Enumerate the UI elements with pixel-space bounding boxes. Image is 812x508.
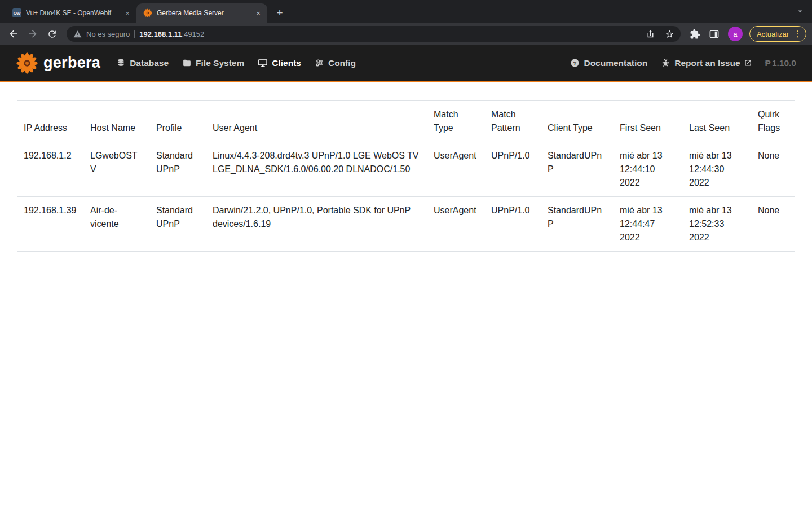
bookmark-star-button[interactable]: [663, 27, 677, 41]
tab-title: Gerbera Media Server: [157, 9, 249, 17]
version-number: 1.10.0: [772, 58, 796, 68]
display-icon: [258, 58, 268, 68]
update-button-label: Actualizar: [757, 30, 789, 38]
nav-item-database[interactable]: Database: [116, 58, 169, 68]
cell-first-seen: mié abr 13 12:44:10 2022: [613, 142, 682, 197]
cell-ip-address: 192.168.1.39: [17, 197, 83, 252]
cell-profile: Standard UPnP: [149, 142, 206, 197]
browser-toolbar: No es seguro 192.168.1.11:49152 a Actual…: [0, 23, 812, 45]
cell-client-type: StandardUPnP: [541, 197, 613, 252]
column-header-client-type: Client Type: [541, 101, 613, 142]
column-header-first-seen: First Seen: [613, 101, 682, 142]
new-tab-button[interactable]: +: [272, 5, 288, 21]
cell-ip-address: 192.168.1.2: [17, 142, 83, 197]
brand[interactable]: gerbera: [16, 52, 100, 75]
url-host: 192.168.1.11: [139, 30, 182, 38]
nav-item-clients[interactable]: Clients: [258, 58, 301, 68]
cell-quirk-flags: None: [751, 142, 795, 197]
side-panel-button[interactable]: [707, 26, 722, 42]
nav-item-label: Report an Issue: [674, 58, 740, 68]
address-bar[interactable]: No es seguro 192.168.1.11:49152: [67, 26, 681, 42]
cell-quirk-flags: None: [751, 197, 795, 252]
question-circle-icon: ?: [570, 58, 580, 68]
cell-profile: Standard UPnP: [149, 197, 206, 252]
cell-last-seen: mié abr 13 12:52:33 2022: [682, 197, 751, 252]
column-header-profile: Profile: [149, 101, 206, 142]
nav-item-label: Database: [130, 58, 169, 68]
cell-user-agent: Darwin/21.2.0, UPnP/1.0, Portable SDK fo…: [206, 197, 427, 252]
clients-page: IP Address Host Name Profile User Agent …: [0, 82, 812, 252]
column-header-match-pattern: Match Pattern: [484, 101, 541, 142]
security-label[interactable]: No es seguro: [86, 30, 130, 38]
version-label: Ᵽ 1.10.0: [765, 58, 796, 68]
back-button[interactable]: [6, 26, 21, 42]
cell-match-pattern: UPnP/1.0: [484, 142, 541, 197]
openwebif-favicon: Ow: [12, 8, 21, 17]
version-icon: Ᵽ: [765, 58, 771, 68]
gerbera-favicon: [143, 8, 152, 17]
column-header-user-agent: User Agent: [206, 101, 427, 142]
tab-strip: Ow Vu+ Duo4K SE - OpenWebif ×: [0, 0, 812, 23]
sliders-icon: [315, 58, 324, 68]
cell-first-seen: mié abr 13 12:44:47 2022: [613, 197, 682, 252]
cell-last-seen: mié abr 13 12:44:30 2022: [682, 142, 751, 197]
cell-match-type: UserAgent: [427, 197, 484, 252]
tab-close-icon[interactable]: ×: [123, 8, 132, 17]
table-row: 192.168.1.39 Air-de-vicente Standard UPn…: [17, 197, 795, 252]
profile-avatar[interactable]: a: [728, 27, 743, 41]
tab-title: Vu+ Duo4K SE - OpenWebif: [26, 9, 118, 17]
reload-button[interactable]: [44, 26, 60, 42]
gerbera-logo-icon: [16, 52, 38, 75]
nav-item-label: File System: [196, 58, 244, 68]
folder-icon: [182, 58, 192, 68]
brand-name: gerbera: [43, 54, 100, 72]
cell-match-type: UserAgent: [427, 142, 484, 197]
column-header-quirk-flags: Quirk Flags: [751, 101, 795, 142]
tab-close-icon[interactable]: ×: [254, 8, 263, 17]
nav-item-label: Clients: [272, 58, 301, 68]
column-header-host: Host Name: [83, 101, 149, 142]
clients-table: IP Address Host Name Profile User Agent …: [17, 100, 795, 252]
cell-match-pattern: UPnP/1.0: [484, 197, 541, 252]
nav-item-label: Documentation: [584, 58, 647, 68]
nav-item-config[interactable]: Config: [315, 58, 356, 68]
navbar-right: ? Documentation Report an Issue Ᵽ 1.10.0: [570, 58, 796, 68]
nav-item-label: Config: [328, 58, 356, 68]
bug-icon: [661, 58, 670, 68]
cell-user-agent: Linux/4.4.3-208.drd4tv.3 UPnP/1.0 LGE We…: [206, 142, 427, 197]
cell-host-name: Air-de-vicente: [83, 197, 149, 252]
table-header-row: IP Address Host Name Profile User Agent …: [17, 101, 795, 142]
share-button[interactable]: [643, 27, 658, 41]
gerbera-navbar: gerbera Database File System Clients Con…: [0, 45, 812, 82]
table-row: 192.168.1.2 LGwebOSTV Standard UPnP Linu…: [17, 142, 795, 197]
url-port: :49152: [182, 30, 205, 38]
column-header-last-seen: Last Seen: [682, 101, 751, 142]
extensions-button[interactable]: [687, 26, 703, 42]
external-link-icon: [744, 59, 752, 67]
column-header-match-type: Match Type: [427, 101, 484, 142]
browser-menu-icon[interactable]: ⋮: [793, 29, 802, 39]
tab-openwebif[interactable]: Ow Vu+ Duo4K SE - OpenWebif ×: [6, 3, 136, 23]
cell-client-type: StandardUPnP: [541, 142, 613, 197]
url-text[interactable]: 192.168.1.11:49152: [139, 30, 204, 38]
nav-item-filesystem[interactable]: File System: [182, 58, 244, 68]
omnibox-divider: [134, 30, 135, 38]
tab-gerbera[interactable]: Gerbera Media Server ×: [136, 3, 267, 23]
cell-host-name: LGwebOSTV: [83, 142, 149, 197]
column-header-ip: IP Address: [17, 101, 83, 142]
database-icon: [116, 58, 126, 68]
svg-text:?: ?: [573, 60, 577, 66]
update-button[interactable]: Actualizar ⋮: [749, 26, 806, 42]
tab-search-chevron-icon[interactable]: [795, 6, 805, 19]
nav-item-documentation[interactable]: ? Documentation: [570, 58, 647, 68]
nav-item-report-issue[interactable]: Report an Issue: [661, 58, 751, 68]
security-warning-icon[interactable]: [73, 30, 82, 38]
forward-button[interactable]: [25, 26, 41, 42]
